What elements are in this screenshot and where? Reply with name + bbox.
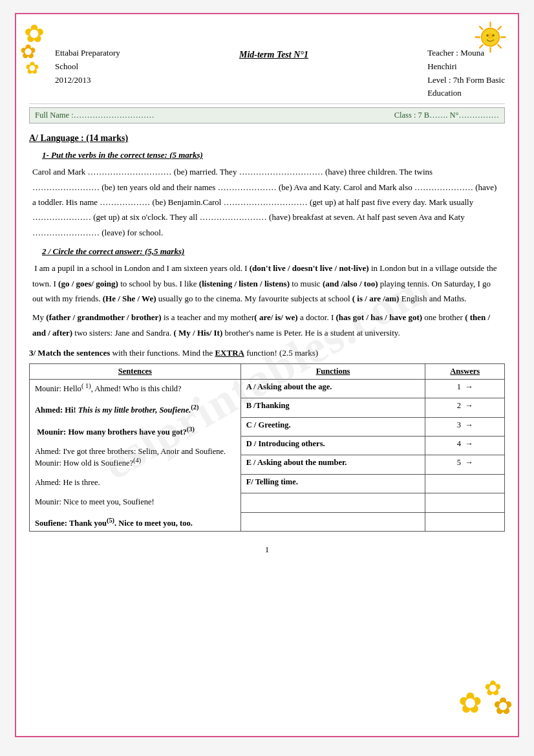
answer-1: 1 → <box>425 380 505 398</box>
name-class-row: Full Name :………………………… Class : 7 B……. N°…… <box>29 107 505 124</box>
school-name-line2: School <box>55 60 120 74</box>
sentence-3: Mounir: How many brothers have you got?(… <box>35 425 235 437</box>
sentence-1: Mounir: Hello( 1), Ahmed! Who is this ch… <box>35 382 235 394</box>
function-blank1 <box>240 493 425 512</box>
function-blank2 <box>240 512 425 531</box>
svg-point-11 <box>492 34 495 37</box>
function-a: A / Asking about the age. <box>240 380 425 398</box>
table-row: Mounir: Hello( 1), Ahmed! Who is this ch… <box>30 380 505 398</box>
teacher-name2: Henchiri <box>427 60 505 74</box>
svg-line-9 <box>480 45 483 48</box>
school-name-line1: Ettabai Preparatory <box>55 47 120 60</box>
function-c: C / Greeting. <box>240 417 425 436</box>
exercise3-title: 3/ Match the sentences <box>29 348 112 358</box>
col-sentences: Sentences <box>30 364 241 380</box>
class-number-label: Class : 7 B……. N°…………… <box>394 111 499 120</box>
exercise1-text: Carol and Mark ………………………… (be) married. … <box>29 164 505 240</box>
exercise3-with: with <box>112 348 127 358</box>
svg-line-6 <box>480 27 483 30</box>
sentence-6: Ahmed: He is three. <box>35 478 235 488</box>
page-number: 1 <box>29 545 505 555</box>
level-line2: Education <box>427 87 505 100</box>
sentence-8: Soufiene: Thank you(5). Nice to meet you… <box>35 517 235 528</box>
function-d: D / Introducing others. <box>240 437 425 455</box>
section-a-title: A/ Language : (14 marks) <box>29 133 505 144</box>
exercise2-para2: My (father / grandmother / brother) is a… <box>29 310 505 340</box>
exercise2-para1: I am a pupil in a school in London and I… <box>29 261 505 306</box>
col-functions: Functions <box>240 364 425 380</box>
svg-point-10 <box>486 34 489 37</box>
answer-3: 3 → <box>425 417 505 436</box>
level-line1: Level : 7th Form Basic <box>427 74 505 87</box>
flower-bottomright1: ✿ <box>458 686 482 720</box>
exercise2-title: 2 / Circle the correct answer: (5,5 mark… <box>42 246 505 257</box>
exercise3-heading: 3/ Match the sentences with their functi… <box>29 348 505 358</box>
header: Ettabai Preparatory School 2012/2013 Mid… <box>29 21 505 104</box>
svg-line-7 <box>498 45 501 48</box>
exercise3-rest: their functions. Mind the EXTRA function… <box>127 348 318 358</box>
col-answers: Answers <box>425 364 505 380</box>
exam-page: eslprintables.com ✿ ✿ ✿ Ettabai Preparat… <box>15 13 519 737</box>
test-title: Mid-term Test N°1 <box>239 47 308 60</box>
sentences-cell: Mounir: Hello( 1), Ahmed! Who is this ch… <box>30 380 241 532</box>
answer-blank3 <box>425 512 505 531</box>
sentence-5: Mounir: How old is Soufiene?(4) <box>35 457 235 468</box>
answer-5: 5 → <box>425 455 505 474</box>
match-table: Sentences Functions Answers Mounir: Hell… <box>29 363 505 532</box>
sentence-4: Ahmed: I've got three brothers: Selim, A… <box>35 447 235 457</box>
sentence-2: Ahmed: Hi! This is my little brother, So… <box>35 404 235 415</box>
function-f: F/ Telling time. <box>240 474 425 493</box>
answer-2: 2 → <box>425 398 505 417</box>
sentence-7: Mounir: Nice to meet you, Soufiene! <box>35 497 235 507</box>
flower-bottomright3: ✿ <box>484 676 502 700</box>
svg-line-8 <box>498 27 501 30</box>
full-name-label: Full Name :………………………… <box>35 111 155 120</box>
school-year: 2012/2013 <box>55 74 120 87</box>
sun-icon <box>473 19 508 55</box>
function-e: E / Asking about the number. <box>240 455 425 474</box>
answer-blank <box>425 474 505 493</box>
header-left: Ettabai Preparatory School 2012/2013 <box>55 47 120 87</box>
answer-4: 4 → <box>425 437 505 455</box>
exercise1-title: 1- Put the verbs in the correct tense: (… <box>42 150 505 160</box>
answer-blank2 <box>425 493 505 512</box>
function-b: B /Thanking <box>240 398 425 417</box>
flower-topleft3: ✿ <box>25 58 39 78</box>
